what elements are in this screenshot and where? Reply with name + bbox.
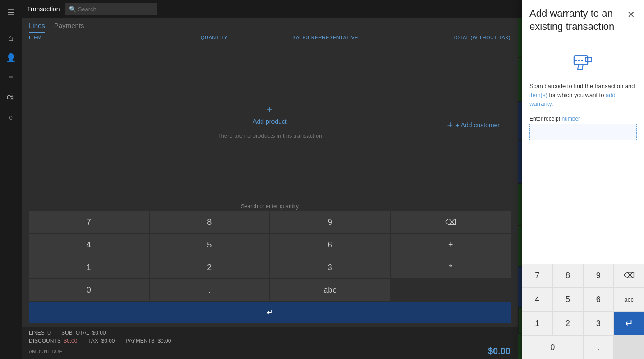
mnp-enter[interactable]: ↵	[614, 312, 644, 335]
sidebar-home-icon[interactable]: ⌂	[2, 29, 20, 47]
warranty-header: Add warranty to an existing transaction …	[522, 0, 644, 40]
numpad-5[interactable]: 5	[150, 234, 270, 256]
tax-value: $0.00	[101, 338, 115, 344]
mnp-0[interactable]: 0	[522, 336, 583, 359]
lines-value: 0	[47, 330, 51, 336]
discounts: DISCOUNTS $0.00	[29, 338, 77, 344]
receipt-number-section: Enter receipt number	[529, 116, 637, 140]
numpad-dot[interactable]: .	[150, 279, 270, 301]
sidebar-lines-icon[interactable]: ≡	[2, 69, 20, 87]
table-header: ITEM QUANTITY SALES REPRESENTATIVE TOTAL…	[22, 33, 518, 42]
mnp-1[interactable]: 1	[522, 312, 552, 335]
mnp-dot[interactable]: .	[584, 336, 614, 359]
transaction-area: Lines Payments ITEM QUANTITY SALES REPRE…	[22, 18, 518, 359]
sidebar-number-icon: 0	[2, 108, 20, 126]
mnp-backspace[interactable]: ⌫	[614, 264, 644, 287]
mnp-8[interactable]: 8	[553, 264, 583, 287]
amount-due-label: AMOUNT DUE	[29, 349, 62, 354]
add-customer-button[interactable]: + + Add customer	[447, 119, 500, 131]
add-customer-label: + Add customer	[455, 121, 500, 129]
numpad-7[interactable]: 7	[29, 211, 149, 233]
numpad-8[interactable]: 8	[150, 211, 270, 233]
sidebar-bag-icon[interactable]: 🛍	[2, 89, 20, 107]
search-wrapper: 🔍	[65, 3, 157, 15]
numpad-section: Search or enter quantity 7 8 9 ⌫ 4 5 6 ±…	[22, 200, 518, 327]
warranty-modal: Add warranty to an existing transaction …	[522, 0, 644, 359]
summary-section: LINES 0 SUBTOTAL $0.00 DISCOUNTS $0.00 T…	[22, 327, 518, 359]
mnp-abc[interactable]: abc	[614, 288, 644, 311]
mnp-5[interactable]: 5	[553, 288, 583, 311]
numpad-4[interactable]: 4	[29, 234, 149, 256]
search-icon: 🔍	[69, 6, 76, 13]
scanner-icon	[570, 47, 597, 75]
mnp-3[interactable]: 3	[584, 312, 614, 335]
numpad-6[interactable]: 6	[270, 234, 390, 256]
numpad-plusminus[interactable]: ±	[391, 234, 511, 256]
payments-value: $0.00	[157, 338, 171, 344]
discounts-value: $0.00	[64, 338, 77, 344]
numpad-3[interactable]: 3	[270, 256, 390, 278]
add-product-button[interactable]: + Add product	[253, 103, 287, 125]
numpad-1[interactable]: 1	[29, 256, 149, 278]
receipt-number-input[interactable]	[529, 124, 637, 140]
tab-lines[interactable]: Lines	[29, 22, 45, 33]
sidebar-users-icon[interactable]: 👤	[2, 49, 20, 67]
lines-label: LINES 0	[29, 330, 51, 336]
amount-due-value: $0.00	[488, 346, 511, 356]
subtotal: SUBTOTAL $0.00	[61, 330, 106, 336]
numpad: 7 8 9 ⌫ 4 5 6 ± 1 2 3 * 0 . abc ↵	[29, 211, 511, 323]
search-input[interactable]	[65, 3, 157, 15]
numpad-backspace[interactable]: ⌫	[391, 211, 511, 233]
numpad-enter[interactable]: ↵	[29, 302, 511, 323]
numpad-star[interactable]: *	[391, 256, 511, 278]
modal-numpad: 7 8 9 ⌫ 4 5 6 abc 1 2 3 ↵ 0 .	[522, 264, 644, 359]
numpad-2[interactable]: 2	[150, 256, 270, 278]
empty-message: There are no products in this transactio…	[217, 132, 322, 139]
mnp-2[interactable]: 2	[553, 312, 583, 335]
numpad-abc[interactable]: abc	[270, 279, 390, 301]
mnp-7[interactable]: 7	[522, 264, 552, 287]
add-customer-icon: +	[447, 119, 453, 131]
mnp-9[interactable]: 9	[584, 264, 614, 287]
col-item: ITEM	[29, 35, 177, 40]
sidebar-menu-icon[interactable]: ☰	[2, 4, 20, 22]
mnp-6[interactable]: 6	[584, 288, 614, 311]
col-qty: QUANTITY	[177, 35, 251, 40]
tabs-row: Lines Payments	[22, 18, 518, 33]
mnp-4[interactable]: 4	[522, 288, 552, 311]
warranty-description: Scan barcode to find the transaction and…	[529, 82, 637, 108]
warranty-body: Scan barcode to find the transaction and…	[522, 40, 644, 264]
warranty-title: Add warranty to an existing transaction	[529, 7, 626, 33]
transaction-body: + + Add customer + Add product There are…	[22, 42, 518, 200]
quantity-label: Search or enter quantity	[29, 203, 511, 210]
warranty-close-button[interactable]: ✕	[626, 7, 637, 22]
subtotal-value: $0.00	[92, 330, 106, 336]
numpad-0[interactable]: 0	[29, 279, 149, 301]
tab-payments[interactable]: Payments	[54, 22, 84, 33]
col-rep: SALES REPRESENTATIVE	[251, 35, 400, 40]
receipt-label: Enter receipt number	[529, 116, 637, 122]
add-product-plus-icon: +	[267, 103, 273, 116]
sidebar: ☰ ⌂ 👤 ≡ 🛍 0	[0, 0, 22, 359]
col-total: TOTAL (WITHOUT TAX)	[400, 35, 511, 40]
payments: PAYMENTS $0.00	[126, 338, 171, 344]
tax: TAX $0.00	[88, 338, 115, 344]
topbar-title: Transaction	[27, 5, 60, 13]
numpad-9[interactable]: 9	[270, 211, 390, 233]
svg-rect-26	[585, 57, 592, 62]
add-product-label: Add product	[253, 118, 287, 125]
